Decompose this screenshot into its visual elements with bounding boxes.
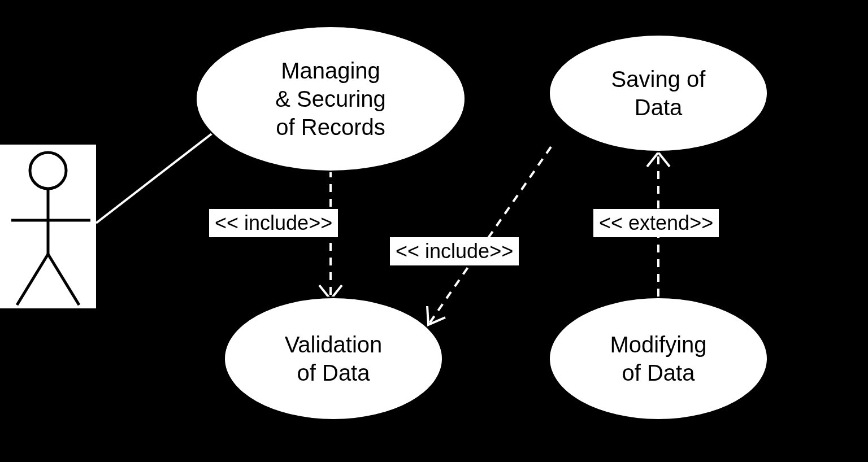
text-line: Saving of bbox=[611, 67, 706, 91]
relation-extend-label: << extend>> bbox=[593, 209, 719, 237]
text-line: Modifying bbox=[610, 332, 706, 357]
usecase-label: Validation of Data bbox=[274, 330, 394, 387]
text-line: of Data bbox=[297, 360, 370, 385]
usecase-label: Saving of Data bbox=[600, 65, 717, 121]
usecase-validation-of-data: Validation of Data bbox=[223, 297, 444, 421]
usecase-modifying-of-data: Modifying of Data bbox=[548, 297, 769, 421]
text-line: Validation bbox=[285, 332, 383, 357]
actor-background bbox=[0, 145, 96, 308]
svg-line-2 bbox=[428, 147, 551, 325]
text-line: Managing bbox=[281, 58, 380, 83]
svg-line-0 bbox=[96, 127, 220, 223]
usecase-label: Managing & Securing of Records bbox=[264, 56, 397, 141]
relation-include-label: << include>> bbox=[209, 209, 338, 237]
text-line: of Data bbox=[622, 360, 695, 385]
text-line: & Securing bbox=[275, 86, 386, 111]
usecase-managing-securing-records: Managing & Securing of Records bbox=[195, 25, 466, 172]
usecase-saving-of-data: Saving of Data bbox=[548, 34, 769, 152]
usecase-label: Modifying of Data bbox=[598, 330, 718, 387]
text-line: Data bbox=[635, 95, 683, 120]
text-line: of Records bbox=[276, 115, 385, 140]
use-case-diagram: Managing & Securing of Records Saving of… bbox=[0, 0, 868, 462]
relation-include-label: << include>> bbox=[390, 237, 519, 265]
